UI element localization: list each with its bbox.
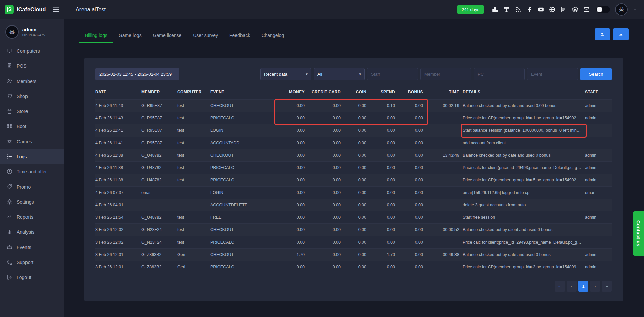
brand[interactable]: iCafeCloud xyxy=(0,5,50,14)
upload-icon xyxy=(600,32,604,36)
contact-us-tab[interactable]: Contact us xyxy=(633,211,644,256)
cell-event: LOGIN xyxy=(210,187,276,199)
podium-icon[interactable] xyxy=(492,6,498,13)
tab-changelog[interactable]: Changelog xyxy=(256,29,290,43)
cell-money: 0.00 xyxy=(276,100,308,112)
cell-bonus: 0.00 xyxy=(398,137,426,149)
sidebar-item-analysis[interactable]: Analysis xyxy=(0,224,64,240)
cell-details: add account from client xyxy=(463,137,585,149)
sidebar-item-reports[interactable]: Reports xyxy=(0,209,64,224)
sidebar-item-shop[interactable]: Shop xyxy=(0,89,64,104)
youtube-icon[interactable] xyxy=(538,6,544,13)
type-select[interactable]: All ▾ xyxy=(314,68,365,80)
data-select[interactable]: Recent data ▾ xyxy=(260,68,311,80)
cell-bonus: 0.00 xyxy=(398,100,426,112)
cell-member: G_R95E87 xyxy=(141,112,177,124)
cell-spend: 0.00 xyxy=(370,211,398,224)
date-range-input[interactable] xyxy=(95,68,179,80)
sidebar-avatar: ☠ xyxy=(5,25,19,39)
cell-coin: 0.00 xyxy=(344,211,370,224)
sidebar-item-logout[interactable]: Logout xyxy=(0,270,64,285)
subscription-days-badge[interactable]: 241 days xyxy=(457,5,484,14)
pagination-next[interactable]: › xyxy=(590,281,600,292)
column-header-staff: STAFF xyxy=(585,90,612,100)
tab-feedback[interactable]: Feedback xyxy=(224,29,256,43)
cell-details: Start balance session (balance=100000000… xyxy=(463,124,585,137)
caret-icon: ▾ xyxy=(306,72,308,76)
search-button[interactable]: Search xyxy=(580,68,612,80)
brand-name: iCafeCloud xyxy=(17,7,46,13)
theme-toggle[interactable] xyxy=(596,6,610,13)
filters-row: Recent data ▾ All ▾ Search xyxy=(95,68,612,80)
column-header-credit-card: CREDIT CARD xyxy=(308,90,344,100)
sidebar-item-boot[interactable]: Boot xyxy=(0,119,64,134)
cell-spend: 0.00 xyxy=(370,137,398,149)
sidebar-item-time-and-offer[interactable]: Time and offer xyxy=(0,164,64,179)
sidebar-item-computers[interactable]: Computers xyxy=(0,43,64,58)
cell-spend: 0.00 xyxy=(370,224,398,236)
download-button[interactable] xyxy=(613,28,629,40)
sidebar-item-support[interactable]: Support xyxy=(0,255,64,270)
sidebar-item-settings[interactable]: Settings xyxy=(0,194,64,209)
cell-event: PRICECALC xyxy=(210,236,276,249)
sidebar-item-store[interactable]: Store xyxy=(0,104,64,119)
pagination-page-1[interactable]: 1 xyxy=(578,281,588,292)
cell-bonus: 0.00 xyxy=(398,174,426,187)
globe-icon[interactable] xyxy=(549,6,555,13)
layers-icon[interactable] xyxy=(572,6,578,13)
chevron-down-icon[interactable] xyxy=(633,7,637,12)
sidebar-item-events[interactable]: Events xyxy=(0,240,64,255)
cell-details: Start free session xyxy=(463,211,585,224)
cell-member: G_Z863B2 xyxy=(141,261,177,273)
pagination-last[interactable]: » xyxy=(602,281,612,292)
table-row: 3 Feb 26 12:02G_N23F24testCHECKOUT0.000.… xyxy=(95,224,612,236)
tab-game-license[interactable]: Game license xyxy=(147,29,187,43)
cell-time xyxy=(426,187,463,199)
clock-icon xyxy=(7,169,12,174)
hamburger-menu-icon[interactable] xyxy=(52,6,60,13)
tab-billing-logs[interactable]: Billing logs xyxy=(79,29,113,43)
tab-game-logs[interactable]: Game logs xyxy=(113,29,147,43)
cell-spend: 0.00 xyxy=(370,187,398,199)
cell-coin: 0.00 xyxy=(344,137,370,149)
cell-credit-card: 0.00 xyxy=(308,261,344,273)
tab-actions xyxy=(595,28,629,44)
mail-icon[interactable] xyxy=(583,6,590,13)
table-header-row: DATEMEMBERCOMPUTEREVENTMONEYCREDIT CARDC… xyxy=(95,90,612,100)
sidebar-item-promo[interactable]: Promo xyxy=(0,179,64,194)
cell-money: 0.00 xyxy=(276,124,308,137)
cell-event: PRICECALC xyxy=(210,162,276,174)
cell-time xyxy=(426,162,463,174)
invoice-icon[interactable] xyxy=(560,6,567,13)
cell-details: Balance checked out by cafe and used 0 b… xyxy=(463,149,585,162)
table-row: 3 Feb 26 12:02G_N23F24testPRICECALC0.000… xyxy=(95,236,612,249)
trophy-icon[interactable] xyxy=(503,6,510,13)
cell-date: 3 Feb 26 12:01 xyxy=(95,261,141,273)
user-avatar[interactable]: ☠ xyxy=(615,3,628,16)
sidebar-item-games[interactable]: Games xyxy=(0,134,64,149)
sidebar-item-logs[interactable]: Logs xyxy=(0,149,64,164)
skull-icon: ☠ xyxy=(9,28,15,36)
column-header-spend: SPEND xyxy=(370,90,398,100)
sidebar-item-pos[interactable]: POS xyxy=(0,58,64,73)
member-input[interactable] xyxy=(420,68,471,80)
column-header-details: DETAILS xyxy=(463,90,585,100)
cell-bonus: 0.00 xyxy=(398,149,426,162)
pagination-prev[interactable]: ‹ xyxy=(567,281,577,292)
pagination-first[interactable]: « xyxy=(555,281,565,292)
staff-input[interactable] xyxy=(367,68,418,80)
cell-member: G_R95E87 xyxy=(141,124,177,137)
tab-user-survey[interactable]: User survey xyxy=(187,29,224,43)
facebook-icon[interactable] xyxy=(526,6,533,13)
caret-icon: ▾ xyxy=(359,72,361,76)
cell-bonus: 0.00 xyxy=(398,236,426,249)
rss-icon[interactable] xyxy=(515,6,521,13)
sidebar-item-members[interactable]: Members xyxy=(0,73,64,89)
pc-input[interactable] xyxy=(474,68,525,80)
sidebar-item-label: POS xyxy=(17,63,27,69)
upload-button[interactable] xyxy=(595,28,610,40)
topbar-right: 241 days ☠ xyxy=(457,3,644,16)
cell-time xyxy=(426,174,463,187)
event-input[interactable] xyxy=(527,68,578,80)
cell-credit-card: 0.00 xyxy=(308,137,344,149)
